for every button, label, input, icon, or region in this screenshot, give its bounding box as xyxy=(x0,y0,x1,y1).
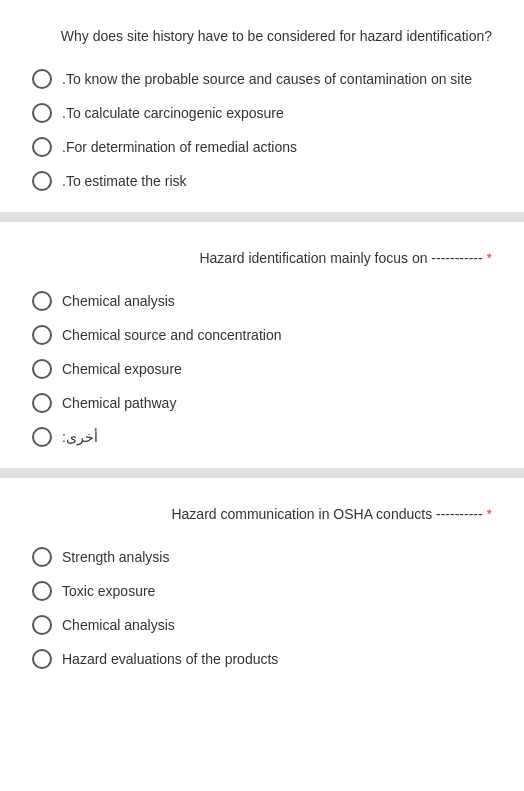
radio-circle-1-2[interactable] xyxy=(32,103,52,123)
option-1-2-label: To calculate carcinogenic exposure. xyxy=(62,105,284,121)
option-2-1-label: Chemical analysis xyxy=(62,293,175,309)
option-2-5-label: أخرى: xyxy=(62,429,98,445)
option-1-4-label: To estimate the risk. xyxy=(62,173,187,189)
option-2-2: Chemical source and concentration xyxy=(16,318,508,352)
radio-circle-2-3[interactable] xyxy=(32,359,52,379)
radio-circle-1-4[interactable] xyxy=(32,171,52,191)
option-2-5: أخرى: xyxy=(16,420,508,454)
radio-circle-2-2[interactable] xyxy=(32,325,52,345)
section-1: ?Why does site history have to be consid… xyxy=(0,0,524,212)
option-3-2-label: Toxic exposure xyxy=(62,583,155,599)
section-2: * ----------- Hazard identification main… xyxy=(0,222,524,468)
option-2-4: Chemical pathway xyxy=(16,386,508,420)
radio-circle-2-4[interactable] xyxy=(32,393,52,413)
options-3: Strength analysis Toxic exposure Chemica… xyxy=(16,540,508,676)
option-2-3: Chemical exposure xyxy=(16,352,508,386)
option-3-4-label: Hazard evaluations of the products xyxy=(62,651,278,667)
radio-circle-3-3[interactable] xyxy=(32,615,52,635)
option-1-1: To know the probable source and causes o… xyxy=(16,62,508,96)
radio-circle-3-2[interactable] xyxy=(32,581,52,601)
question-1-text: ?Why does site history have to be consid… xyxy=(16,14,508,48)
divider-1 xyxy=(0,212,524,222)
option-3-3-label: Chemical analysis xyxy=(62,617,175,633)
radio-circle-1-1[interactable] xyxy=(32,69,52,89)
star-2: * xyxy=(483,250,492,266)
radio-circle-2-1[interactable] xyxy=(32,291,52,311)
option-2-4-label: Chemical pathway xyxy=(62,395,176,411)
option-1-1-label: To know the probable source and causes o… xyxy=(62,71,472,87)
option-1-3: For determination of remedial actions. xyxy=(16,130,508,164)
divider-2 xyxy=(0,468,524,478)
option-1-3-label: For determination of remedial actions. xyxy=(62,139,297,155)
radio-circle-3-1[interactable] xyxy=(32,547,52,567)
option-2-1: Chemical analysis xyxy=(16,284,508,318)
radio-circle-2-5[interactable] xyxy=(32,427,52,447)
option-1-4: To estimate the risk. xyxy=(16,164,508,198)
option-3-4: Hazard evaluations of the products xyxy=(16,642,508,676)
question-3-text: ---------- Hazard communication in OSHA … xyxy=(171,506,482,522)
option-3-2: Toxic exposure xyxy=(16,574,508,608)
option-3-1-label: Strength analysis xyxy=(62,549,169,565)
question-3-header: * ---------- Hazard communication in OSH… xyxy=(16,492,508,526)
question-2-header: * ----------- Hazard identification main… xyxy=(16,236,508,270)
option-2-2-label: Chemical source and concentration xyxy=(62,327,281,343)
section-3: * ---------- Hazard communication in OSH… xyxy=(0,478,524,690)
radio-circle-3-4[interactable] xyxy=(32,649,52,669)
radio-circle-1-3[interactable] xyxy=(32,137,52,157)
option-2-3-label: Chemical exposure xyxy=(62,361,182,377)
star-3: * xyxy=(483,506,492,522)
option-3-3: Chemical analysis xyxy=(16,608,508,642)
options-1: To know the probable source and causes o… xyxy=(16,62,508,198)
option-3-1: Strength analysis xyxy=(16,540,508,574)
option-1-2: To calculate carcinogenic exposure. xyxy=(16,96,508,130)
page-container: ?Why does site history have to be consid… xyxy=(0,0,524,690)
question-2-text: ----------- Hazard identification mainly… xyxy=(199,250,482,266)
options-2: Chemical analysis Chemical source and co… xyxy=(16,284,508,454)
